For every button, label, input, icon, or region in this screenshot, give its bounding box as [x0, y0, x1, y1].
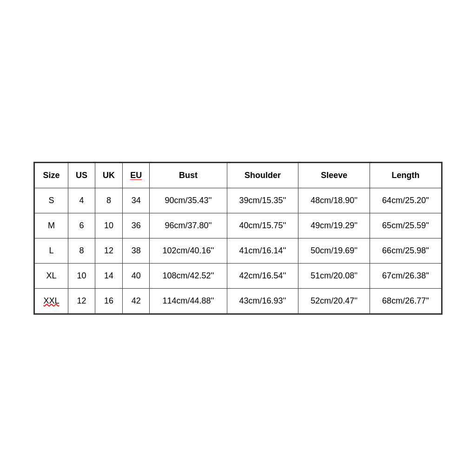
- cell-shoulder: 42cm/16.54'': [227, 263, 298, 288]
- cell-us: 4: [68, 188, 95, 213]
- cell-eu: 42: [123, 288, 150, 313]
- cell-length: 65cm/25.59'': [370, 213, 442, 238]
- cell-eu: 38: [123, 238, 150, 263]
- cell-us: 12: [68, 288, 95, 313]
- cell-shoulder: 41cm/16.14'': [227, 238, 298, 263]
- cell-size: XXL: [35, 288, 68, 313]
- cell-sleeve: 48cm/18.90'': [298, 188, 370, 213]
- cell-us: 6: [68, 213, 95, 238]
- cell-bust: 108cm/42.52'': [150, 263, 227, 288]
- cell-eu: 36: [123, 213, 150, 238]
- size-chart-table: Size US UK EU Bust Shoulder Sleeve Lengt…: [34, 163, 442, 314]
- cell-size: L: [35, 238, 68, 263]
- cell-shoulder: 43cm/16.93'': [227, 288, 298, 313]
- cell-eu: 34: [123, 188, 150, 213]
- header-size: Size: [35, 163, 68, 188]
- cell-bust: 96cm/37.80'': [150, 213, 227, 238]
- cell-bust: 102cm/40.16'': [150, 238, 227, 263]
- header-us: US: [68, 163, 95, 188]
- header-uk: UK: [95, 163, 122, 188]
- header-sleeve: Sleeve: [298, 163, 370, 188]
- cell-uk: 14: [95, 263, 122, 288]
- table-row: XXL121642114cm/44.88''43cm/16.93''52cm/2…: [35, 288, 442, 313]
- cell-shoulder: 39cm/15.35'': [227, 188, 298, 213]
- table-row: XL101440108cm/42.52''42cm/16.54''51cm/20…: [35, 263, 442, 288]
- cell-sleeve: 52cm/20.47'': [298, 288, 370, 313]
- cell-length: 64cm/25.20'': [370, 188, 442, 213]
- cell-size: M: [35, 213, 68, 238]
- cell-sleeve: 51cm/20.08'': [298, 263, 370, 288]
- cell-uk: 10: [95, 213, 122, 238]
- cell-sleeve: 49cm/19.29'': [298, 213, 370, 238]
- cell-length: 68cm/26.77'': [370, 288, 442, 313]
- cell-eu: 40: [123, 263, 150, 288]
- cell-uk: 8: [95, 188, 122, 213]
- cell-bust: 114cm/44.88'': [150, 288, 227, 313]
- cell-uk: 12: [95, 238, 122, 263]
- cell-sleeve: 50cm/19.69'': [298, 238, 370, 263]
- header-eu: EU: [123, 163, 150, 188]
- cell-length: 66cm/25.98'': [370, 238, 442, 263]
- header-bust: Bust: [150, 163, 227, 188]
- cell-bust: 90cm/35.43'': [150, 188, 227, 213]
- cell-size: XL: [35, 263, 68, 288]
- table-row: L81238102cm/40.16''41cm/16.14''50cm/19.6…: [35, 238, 442, 263]
- cell-size: S: [35, 188, 68, 213]
- cell-length: 67cm/26.38'': [370, 263, 442, 288]
- table-row: M6103696cm/37.80''40cm/15.75''49cm/19.29…: [35, 213, 442, 238]
- cell-us: 8: [68, 238, 95, 263]
- cell-shoulder: 40cm/15.75'': [227, 213, 298, 238]
- header-row: Size US UK EU Bust Shoulder Sleeve Lengt…: [35, 163, 442, 188]
- size-chart-container: Size US UK EU Bust Shoulder Sleeve Lengt…: [33, 162, 443, 315]
- table-row: S483490cm/35.43''39cm/15.35''48cm/18.90'…: [35, 188, 442, 213]
- header-shoulder: Shoulder: [227, 163, 298, 188]
- cell-us: 10: [68, 263, 95, 288]
- cell-uk: 16: [95, 288, 122, 313]
- header-length: Length: [370, 163, 442, 188]
